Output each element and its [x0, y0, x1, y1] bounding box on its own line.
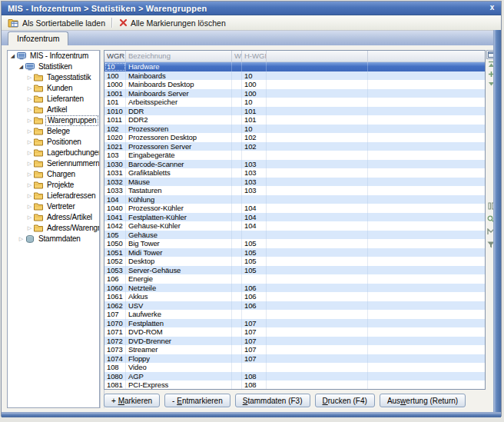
table-row[interactable]: 1062USV106 — [104, 301, 485, 311]
table-row[interactable]: 1020Prozessoren Desktop102 — [104, 133, 485, 142]
table-row[interactable]: 1072DVD-Brenner107 — [104, 337, 485, 346]
expand-arrow-icon[interactable]: ▷ — [26, 139, 33, 145]
table-row[interactable]: 101Arbeitsspeicher10 — [104, 98, 485, 107]
table-row[interactable]: 1042Gehäuse-Kühler104 — [104, 221, 485, 231]
table-row[interactable]: 1071DVD-ROM107 — [104, 327, 485, 337]
expand-arrow-icon[interactable]: ▷ — [26, 225, 33, 231]
expand-arrow-icon[interactable]: ▷ — [26, 118, 33, 124]
tree-item-lieferadressen[interactable]: ▷Lieferadressen — [8, 191, 99, 201]
cell-wgr: 104 — [104, 195, 126, 204]
tree-item-lagerbuchungen[interactable]: ▷Lagerbuchungen — [8, 148, 99, 158]
drucken-button[interactable]: Drucken (F4) — [315, 394, 375, 407]
expand-arrow-icon[interactable]: ▷ — [26, 150, 33, 156]
cell-w — [232, 319, 242, 328]
table-row[interactable]: 1061Akkus106 — [104, 292, 485, 301]
cell-w — [232, 284, 242, 293]
tree-item-warengruppen[interactable]: ▷Warengruppen — [8, 115, 99, 126]
expand-arrow-icon[interactable]: ▷ — [26, 214, 33, 221]
expand-arrow-icon[interactable]: ▷ — [26, 85, 33, 91]
unmark-rows-button[interactable]: - Entmarkieren — [164, 394, 230, 407]
expand-arrow-icon[interactable]: ▷ — [26, 128, 33, 135]
column-header-hwgr[interactable]: H-WGR — [242, 51, 267, 61]
tree-item-adress-warengruppen[interactable]: ▷Adress/Warengruppen — [8, 223, 99, 234]
table-row[interactable]: 1081PCI-Express108 — [104, 380, 485, 390]
tree-item-artikel[interactable]: ▷Artikel — [8, 105, 99, 115]
table-row[interactable]: 1070Festplatten107 — [104, 319, 485, 328]
auswertung-button[interactable]: Auswertung (Return) — [380, 394, 466, 407]
tree-item-chargen[interactable]: ▷Chargen — [8, 169, 99, 180]
table-row[interactable]: 1073Streamer107 — [104, 345, 485, 354]
table-row[interactable]: 1031Grafiktabletts103 — [104, 168, 485, 178]
tree-item-stammdaten[interactable]: ▷Stammdaten — [8, 234, 99, 244]
table-row[interactable]: 1021Prozessoren Server102 — [104, 142, 485, 151]
expand-arrow-icon[interactable]: ▷ — [26, 75, 33, 81]
cell-w — [232, 178, 242, 187]
table-row[interactable]: 102Prozessoren10 — [104, 125, 485, 134]
cell-filler — [267, 98, 368, 107]
table-row[interactable]: 1080AGP108 — [104, 372, 485, 381]
load-sort-table-button[interactable]: Als Sortiertabelle laden — [5, 16, 108, 29]
tree-item-belege[interactable]: ▷Belege — [8, 126, 99, 137]
table-row[interactable]: 1053Server-Gehäuse105 — [104, 266, 485, 275]
tree-item-adress-artikel[interactable]: ▷Adress/Artikel — [8, 212, 99, 223]
tree-item-label: Vertreter — [45, 202, 77, 211]
collapse-arrow-icon[interactable]: ◢ — [18, 64, 25, 70]
tree-item-lieferanten[interactable]: ▷Lieferanten — [8, 94, 99, 105]
tree-item-vertreter[interactable]: ▷Vertreter — [8, 201, 99, 212]
expand-arrow-icon[interactable]: ▷ — [26, 161, 33, 167]
expand-arrow-icon[interactable]: ▷ — [26, 204, 33, 210]
tree-item-tagesstatistik[interactable]: ▷Tagesstatistik — [8, 72, 99, 83]
clear-marks-button[interactable]: Alle Markierungen löschen — [116, 16, 229, 29]
table-row[interactable]: 107Laufwerke — [104, 310, 485, 319]
column-header-wgr[interactable]: WGR▼ — [104, 51, 126, 61]
table-row[interactable]: 1051Midi Tower105 — [104, 248, 485, 258]
mark-rows-button[interactable]: + Markieren — [104, 394, 160, 407]
column-header-w[interactable]: W — [232, 51, 242, 61]
tree-item-kunden[interactable]: ▷Kunden — [8, 83, 99, 94]
table-row[interactable]: 10Hardware — [104, 62, 485, 71]
table-row[interactable]: 1050Big Tower105 — [104, 239, 485, 248]
tree-item-seriennummern[interactable]: ▷Seriennummern — [8, 158, 99, 169]
table-row[interactable]: 104Kühlung — [104, 195, 485, 204]
cell-filler — [267, 178, 368, 187]
table-row[interactable]: 100Mainboards10 — [104, 71, 485, 81]
tree-item-mis-infozentrum[interactable]: ◢MIS - Infozentrum — [8, 51, 99, 61]
cell-w — [232, 160, 242, 169]
table-row[interactable]: 1074Floppy107 — [104, 354, 485, 364]
table-row[interactable]: 1041Festplatten-Kühler104 — [104, 213, 485, 222]
tree-item-projekte[interactable]: ▷Projekte — [8, 180, 99, 191]
table-row[interactable]: 1052Desktop105 — [104, 257, 485, 266]
table-row[interactable]: 1040Prozessor-Kühler104 — [104, 204, 485, 213]
table-row[interactable]: 103Eingabegeräte — [104, 151, 485, 160]
table-row[interactable]: 1060Netzteile106 — [104, 284, 485, 293]
cell-hwgr: 104 — [242, 204, 267, 213]
stammdaten-button[interactable]: Stammdaten (F3) — [235, 394, 310, 407]
tab-infozentrum[interactable]: Infozentrum — [8, 32, 68, 45]
expand-arrow-icon[interactable]: ▷ — [26, 96, 33, 102]
cell-hwgr: 105 — [242, 248, 267, 258]
cell-bez: Hardware — [126, 62, 232, 71]
table-row[interactable]: 105Gehäuse — [104, 231, 485, 240]
table-row[interactable]: 1000Mainboards Desktop100 — [104, 80, 485, 89]
expand-arrow-icon[interactable]: ▷ — [26, 171, 33, 178]
collapse-arrow-icon[interactable]: ◢ — [9, 53, 16, 59]
cell-bez: Festplatten-Kühler — [126, 213, 232, 222]
close-button[interactable]: x — [486, 3, 498, 13]
expand-arrow-icon[interactable]: ▷ — [26, 193, 33, 199]
expand-arrow-icon[interactable]: ▷ — [26, 182, 33, 188]
tree-item-positionen[interactable]: ▷Positionen — [8, 137, 99, 148]
table-row[interactable]: 1010DDR101 — [104, 107, 485, 116]
table-row[interactable]: 108Video — [104, 363, 485, 372]
table-row[interactable]: 1032Mäuse103 — [104, 178, 485, 187]
tree-item-statistiken[interactable]: ◢Statistiken — [8, 61, 99, 72]
table-row[interactable]: 106Energie — [104, 274, 485, 284]
expand-arrow-icon[interactable]: ▷ — [26, 107, 33, 113]
table-row[interactable]: 1030Barcode-Scanner103 — [104, 160, 485, 169]
table-row[interactable]: 1033Tastaturen103 — [104, 186, 485, 195]
expand-arrow-icon[interactable]: ▷ — [18, 236, 25, 242]
column-header-bez[interactable]: Bezeichnung — [126, 51, 232, 61]
table-row[interactable]: 1011DDR2101 — [104, 115, 485, 125]
button-accel: M — [118, 397, 124, 405]
table-row[interactable]: 1001Mainboards Server100 — [104, 89, 485, 98]
cell-wgr: 1073 — [104, 345, 126, 354]
